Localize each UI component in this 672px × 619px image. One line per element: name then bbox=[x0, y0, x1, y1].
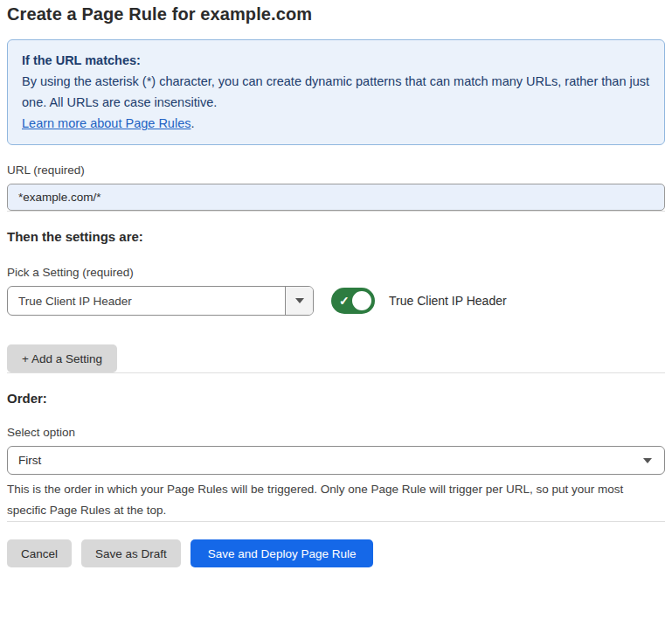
toggle-knob bbox=[350, 289, 373, 312]
info-box-heading: If the URL matches: bbox=[22, 50, 650, 71]
url-match-info-box: If the URL matches: By using the asteris… bbox=[7, 39, 665, 145]
learn-more-link[interactable]: Learn more about Page Rules bbox=[22, 116, 191, 130]
setting-select[interactable]: True Client IP Header bbox=[7, 286, 314, 316]
order-help-text: This is the order in which your Page Rul… bbox=[7, 479, 654, 521]
order-select[interactable]: First bbox=[7, 446, 665, 475]
divider bbox=[7, 211, 665, 212]
cancel-button[interactable]: Cancel bbox=[7, 539, 72, 567]
toggle-label: True Client IP Header bbox=[389, 294, 507, 308]
order-section-heading: Order: bbox=[7, 391, 665, 406]
info-box-link-line: Learn more about Page Rules. bbox=[22, 113, 650, 134]
settings-section-heading: Then the settings are: bbox=[7, 229, 665, 244]
true-client-ip-toggle[interactable]: ✓ bbox=[331, 288, 375, 314]
url-field-label: URL (required) bbox=[7, 163, 665, 177]
link-period: . bbox=[191, 116, 194, 130]
add-setting-button[interactable]: + Add a Setting bbox=[7, 344, 117, 372]
divider bbox=[7, 372, 665, 373]
page-title: Create a Page Rule for example.com bbox=[7, 4, 665, 24]
save-deploy-button[interactable]: Save and Deploy Page Rule bbox=[191, 539, 374, 567]
info-box-body: By using the asterisk (*) character, you… bbox=[22, 71, 650, 113]
pick-setting-label: Pick a Setting (required) bbox=[7, 266, 665, 279]
chevron-down-icon bbox=[295, 298, 304, 303]
chevron-down-icon bbox=[643, 458, 652, 463]
order-select-label: Select option bbox=[7, 426, 665, 439]
divider bbox=[7, 521, 665, 522]
check-icon: ✓ bbox=[339, 295, 350, 307]
setting-select-arrow-button[interactable] bbox=[285, 287, 313, 315]
order-select-value: First bbox=[8, 454, 664, 467]
save-draft-button[interactable]: Save as Draft bbox=[81, 539, 181, 567]
footer-actions: Cancel Save as Draft Save and Deploy Pag… bbox=[7, 539, 665, 567]
setting-select-value: True Client IP Header bbox=[8, 295, 285, 308]
setting-row: True Client IP Header ✓ True Client IP H… bbox=[7, 286, 665, 316]
url-input[interactable] bbox=[7, 184, 665, 211]
